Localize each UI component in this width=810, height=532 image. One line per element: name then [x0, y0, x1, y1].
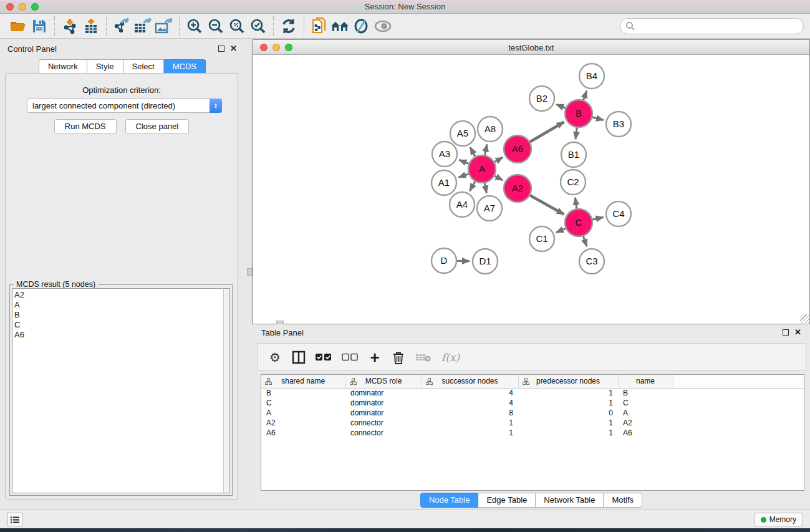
edge-A-A5[interactable]: [470, 147, 476, 157]
result-scrollbar[interactable]: [223, 288, 230, 493]
cell-successor-nodes[interactable]: 8: [422, 408, 518, 418]
delete-table-button[interactable]: [415, 350, 432, 365]
column-header-name[interactable]: name: [618, 375, 673, 388]
cell-name[interactable]: C: [618, 398, 673, 408]
cell-predecessor-nodes[interactable]: 1: [518, 418, 618, 428]
edge-A2-C[interactable]: [529, 195, 564, 215]
float-table-panel-icon[interactable]: [783, 329, 789, 336]
result-item[interactable]: A: [14, 300, 223, 310]
cell-name[interactable]: A: [618, 408, 673, 418]
cell-MCDS-role[interactable]: dominator: [345, 398, 422, 408]
edge-C-C2[interactable]: [575, 198, 577, 209]
edge-A-A7[interactable]: [485, 183, 486, 193]
vertical-split-handle[interactable]: [247, 268, 253, 276]
edge-A-A4[interactable]: [470, 181, 475, 191]
edge-A6-B[interactable]: [529, 122, 564, 142]
show-graphics-details-button[interactable]: [372, 16, 393, 36]
deselect-all-button[interactable]: [342, 350, 358, 365]
table-row[interactable]: Bdominator41B: [261, 388, 804, 398]
tab-style[interactable]: Style: [87, 59, 123, 74]
tab-network[interactable]: Network: [39, 59, 87, 74]
close-table-panel-icon[interactable]: ✕: [794, 328, 801, 337]
select-all-button[interactable]: [316, 350, 332, 365]
cell-name[interactable]: A2: [618, 418, 673, 428]
optimization-select[interactable]: largest connected component (directed) ▲…: [27, 99, 222, 113]
cell-predecessor-nodes[interactable]: 1: [518, 428, 618, 438]
export-network-button[interactable]: [111, 16, 132, 36]
delete-column-button[interactable]: [392, 350, 405, 365]
edge-A-A8[interactable]: [485, 144, 487, 155]
cell-shared-name[interactable]: B: [261, 388, 345, 398]
cell-MCDS-role[interactable]: dominator: [345, 408, 422, 418]
tab-select[interactable]: Select: [123, 59, 164, 74]
result-item[interactable]: A2: [14, 290, 223, 300]
export-image-button[interactable]: [153, 16, 175, 36]
edge-C-C4[interactable]: [592, 217, 603, 220]
cell-predecessor-nodes[interactable]: 1: [518, 398, 618, 408]
search-input[interactable]: [620, 18, 804, 34]
run-mcds-button[interactable]: Run MCDS: [54, 119, 117, 134]
cell-shared-name[interactable]: A2: [261, 418, 345, 428]
edge-B-B1[interactable]: [576, 127, 577, 139]
float-panel-icon[interactable]: [218, 46, 224, 52]
cell-name[interactable]: A6: [618, 428, 673, 438]
edge-A-A1[interactable]: [459, 173, 470, 177]
tab-mcds[interactable]: MCDS: [164, 59, 206, 74]
zoom-out-button[interactable]: [205, 16, 226, 36]
edge-A-A6[interactable]: [494, 157, 503, 162]
import-network-button[interactable]: [59, 16, 80, 36]
new-network-from-selection-button[interactable]: [309, 16, 330, 36]
open-session-button[interactable]: [7, 16, 29, 36]
cell-MCDS-role[interactable]: dominator: [345, 388, 422, 398]
edge-A-A3[interactable]: [459, 160, 469, 164]
cell-shared-name[interactable]: C: [261, 398, 345, 408]
zoom-fit-button[interactable]: [226, 16, 248, 36]
edge-B-B4[interactable]: [583, 91, 586, 101]
zoom-selected-button[interactable]: [248, 16, 269, 36]
edge-A-A2[interactable]: [494, 176, 503, 181]
first-neighbors-button[interactable]: [330, 16, 351, 36]
memory-button[interactable]: Memory: [754, 513, 803, 526]
edge-C-C3[interactable]: [583, 236, 587, 246]
tab-node-table[interactable]: Node Table: [420, 493, 479, 508]
cell-shared-name[interactable]: A: [261, 408, 345, 418]
cell-predecessor-nodes[interactable]: 0: [518, 408, 618, 418]
table-row[interactable]: Cdominator41C: [261, 398, 804, 408]
table-row[interactable]: A2connector11A2: [261, 418, 804, 428]
network-graph[interactable]: B4B2BB3A5A8A6A3B1AA1C2A2A4A7C4CC1DD1C3: [253, 55, 809, 324]
cell-successor-nodes[interactable]: 4: [422, 388, 518, 398]
zoom-in-button[interactable]: [184, 16, 205, 36]
tab-network-table[interactable]: Network Table: [536, 493, 604, 508]
save-session-button[interactable]: [29, 16, 50, 36]
result-item[interactable]: C: [14, 320, 223, 330]
cell-MCDS-role[interactable]: connector: [345, 418, 422, 428]
cell-predecessor-nodes[interactable]: 1: [518, 388, 618, 398]
result-item[interactable]: A6: [14, 330, 223, 340]
add-column-button[interactable]: +: [368, 350, 382, 365]
column-header-shared-name[interactable]: shared name: [261, 375, 345, 388]
export-table-button[interactable]: [132, 16, 153, 36]
close-panel-icon[interactable]: ✕: [230, 44, 237, 53]
close-panel-button[interactable]: Close panel: [125, 119, 190, 134]
refresh-button[interactable]: [278, 16, 299, 36]
cell-successor-nodes[interactable]: 1: [422, 428, 518, 438]
column-header-MCDS-role[interactable]: MCDS role: [345, 375, 422, 388]
column-header-successor-nodes[interactable]: successor nodes: [422, 375, 518, 388]
cell-shared-name[interactable]: A6: [261, 428, 345, 438]
show-column-button[interactable]: [292, 350, 306, 365]
hide-graphics-details-button[interactable]: [351, 16, 372, 36]
tab-edge-table[interactable]: Edge Table: [478, 493, 536, 508]
cell-successor-nodes[interactable]: 4: [422, 398, 518, 408]
import-table-button[interactable]: [80, 16, 102, 36]
result-item[interactable]: B: [14, 310, 223, 320]
task-history-button[interactable]: [7, 513, 22, 526]
column-header-predecessor-nodes[interactable]: predecessor nodes: [518, 375, 618, 388]
edge-B-B3[interactable]: [592, 117, 604, 120]
edge-C-C1[interactable]: [556, 228, 566, 233]
cell-name[interactable]: B: [618, 388, 673, 398]
window-resize-grip[interactable]: [800, 314, 809, 323]
tab-motifs[interactable]: Motifs: [604, 493, 642, 508]
edge-B-B2[interactable]: [556, 104, 566, 108]
table-row[interactable]: A6connector11A6: [261, 428, 804, 438]
table-settings-button[interactable]: ⚙: [268, 350, 282, 365]
